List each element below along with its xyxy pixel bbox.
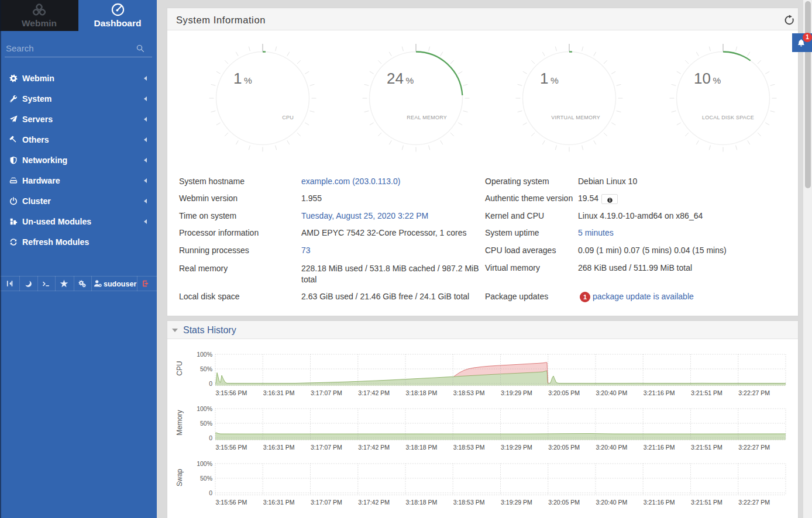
svg-text:REAL MEMORY: REAL MEMORY <box>407 115 447 120</box>
svg-text:LOCAL DISK SPACE: LOCAL DISK SPACE <box>702 115 754 120</box>
svg-text:CPU: CPU <box>282 115 294 120</box>
svg-text:VIRTUAL MEMORY: VIRTUAL MEMORY <box>551 115 600 120</box>
